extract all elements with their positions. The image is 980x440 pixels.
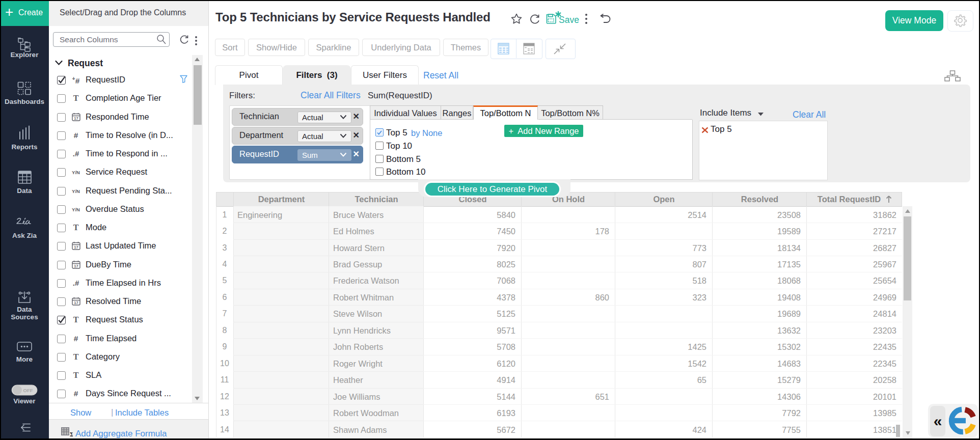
svg-text:17: 17 (74, 264, 78, 268)
svg-text:17: 17 (74, 116, 78, 121)
svg-text:OFF: OFF (23, 388, 33, 393)
svg-text:Σ: Σ (70, 430, 73, 437)
svg-text:17: 17 (74, 300, 78, 305)
svg-text:17: 17 (74, 245, 78, 250)
